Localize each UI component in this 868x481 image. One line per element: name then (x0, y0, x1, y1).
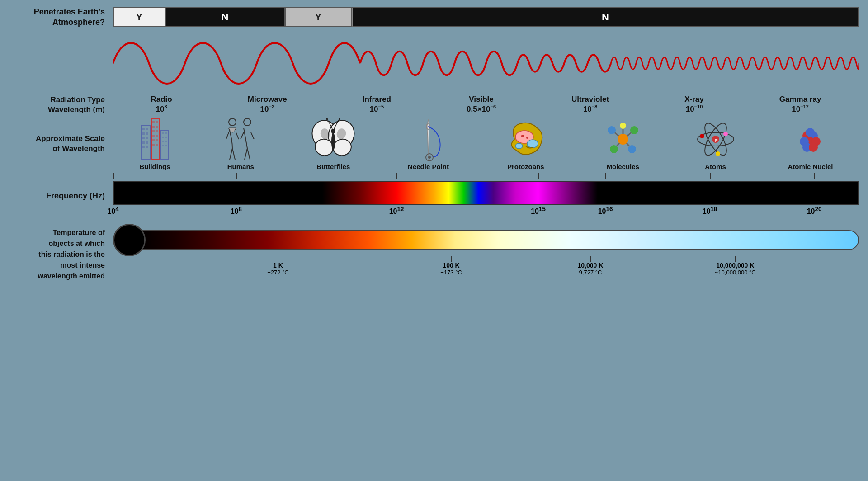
svg-rect-13 (156, 121, 158, 123)
svg-point-70 (716, 151, 720, 156)
svg-point-42 (339, 118, 340, 120)
temp-tick-1k: 1 K −272 °C (267, 256, 288, 276)
svg-rect-2 (146, 128, 148, 130)
icon-buildings: Buildings (139, 117, 170, 170)
freq-tick-1 (113, 173, 114, 179)
frequency-label: Frequency (Hz) (9, 191, 113, 201)
svg-rect-22 (152, 144, 155, 146)
thermometer-bulb (113, 224, 146, 256)
svg-point-69 (723, 132, 728, 136)
icon-protozoan: Protozoans (501, 117, 551, 170)
svg-point-58 (618, 134, 628, 145)
svg-rect-1 (142, 128, 145, 130)
svg-rect-9 (142, 146, 145, 148)
svg-point-40 (331, 129, 335, 133)
svg-rect-17 (156, 130, 158, 132)
svg-rect-14 (152, 126, 155, 128)
temp-tick-labels: 1 K −272 °C 100 K −173 °C 10,000 K 9,727… (137, 256, 859, 281)
rad-uv-wl: 10−8 (583, 104, 597, 114)
temp-10mk-celsius: ~10,000,000 °C (715, 269, 756, 276)
svg-point-50 (515, 143, 523, 149)
atmosphere-bar: Y N Y N (113, 7, 859, 27)
main-container: Penetrates Earth's Atmosphere? Y N Y N R… (0, 0, 868, 481)
svg-rect-31 (162, 145, 164, 146)
atm-y1: Y (113, 7, 165, 27)
rad-radio-wl: 103 (156, 104, 167, 114)
svg-rect-5 (142, 137, 145, 139)
butterfly-label: Butterflies (316, 163, 350, 170)
svg-rect-21 (156, 139, 158, 141)
atom-label: Atoms (705, 163, 726, 170)
svg-rect-19 (156, 135, 158, 137)
svg-rect-32 (165, 145, 167, 146)
freq-bar-container: 104 108 1012 1015 1016 1018 1020 (113, 173, 859, 218)
scale-label: Approximate Scale of Wavelength (9, 134, 113, 154)
svg-rect-25 (162, 132, 164, 134)
svg-rect-30 (165, 141, 167, 142)
molecule-svg (603, 117, 643, 162)
rad-microwave-wl: 10−2 (260, 104, 274, 114)
wave-svg (113, 27, 859, 99)
svg-point-52 (526, 137, 528, 139)
freq-num-12: 1012 (389, 206, 404, 216)
freq-num-4: 104 (107, 206, 118, 216)
temp-bar-wrapper (113, 224, 859, 256)
atmosphere-label: Penetrates Earth's Atmosphere? (9, 7, 113, 27)
nucleus-svg (790, 117, 830, 162)
svg-point-51 (521, 135, 524, 137)
icon-humans: Humans (222, 117, 259, 170)
radiation-label: Radiation Type Wavelength (m) (9, 95, 113, 115)
butterfly-svg (311, 117, 356, 162)
svg-rect-23 (156, 144, 158, 146)
atm-n1: N (165, 7, 285, 27)
freq-tick-7 (814, 173, 815, 179)
svg-point-33 (229, 118, 236, 126)
icon-nucleus: Atomic Nuclei (788, 117, 833, 170)
svg-rect-4 (146, 132, 148, 135)
svg-rect-12 (152, 121, 155, 123)
freq-gradient-bar (113, 181, 859, 205)
icon-butterfly: Butterflies (311, 117, 356, 170)
atom-svg: p+ (695, 117, 736, 162)
temp-bar-container: 1 K −272 °C 100 K −173 °C 10,000 K 9,727… (113, 224, 859, 281)
svg-text:p+: p+ (715, 138, 719, 142)
molecule-label: Molecules (606, 163, 639, 170)
needle-svg (412, 117, 444, 162)
temperature-label: Temperature of objects at which this rad… (9, 223, 113, 282)
svg-point-59 (608, 126, 616, 134)
svg-rect-8 (146, 141, 148, 144)
svg-rect-18 (152, 135, 155, 137)
temp-10000k-celsius: 9,727 °C (579, 269, 602, 276)
svg-rect-7 (142, 141, 145, 144)
svg-rect-28 (165, 137, 167, 138)
temp-10000k-label: 10,000 K (578, 262, 604, 269)
rad-gamma-wl: 10−12 (792, 104, 809, 114)
frequency-row: Frequency (Hz) (9, 173, 859, 218)
svg-point-61 (628, 145, 636, 153)
icon-atom: p+ Atoms (695, 117, 736, 170)
buildings-label: Buildings (139, 163, 170, 170)
svg-point-47 (428, 156, 431, 159)
svg-rect-26 (165, 132, 167, 134)
temp-100k-label: 100 K (443, 262, 459, 269)
atm-y2: Y (285, 7, 352, 27)
nucleus-label: Atomic Nuclei (788, 163, 833, 170)
svg-point-39 (331, 132, 335, 151)
svg-point-79 (809, 143, 818, 152)
icon-needle: Needle Point (408, 117, 449, 170)
atm-n2: N (352, 7, 859, 27)
freq-num-16: 1016 (598, 206, 613, 216)
needle-label: Needle Point (408, 163, 449, 170)
svg-rect-15 (156, 126, 158, 128)
icon-molecule: Molecules (603, 117, 643, 170)
svg-point-60 (630, 126, 638, 134)
temp-tick-10000k: 10,000 K 9,727 °C (578, 256, 604, 276)
svg-rect-29 (162, 141, 164, 142)
freq-tick-4 (538, 173, 539, 179)
rad-xray-wl: 10−10 (686, 104, 703, 114)
scale-row: Approximate Scale of Wavelength (9, 117, 859, 170)
freq-tick-5 (605, 173, 606, 179)
atmosphere-row: Penetrates Earth's Atmosphere? Y N Y N (9, 7, 859, 27)
svg-point-62 (610, 145, 618, 153)
wave-row (113, 27, 859, 99)
